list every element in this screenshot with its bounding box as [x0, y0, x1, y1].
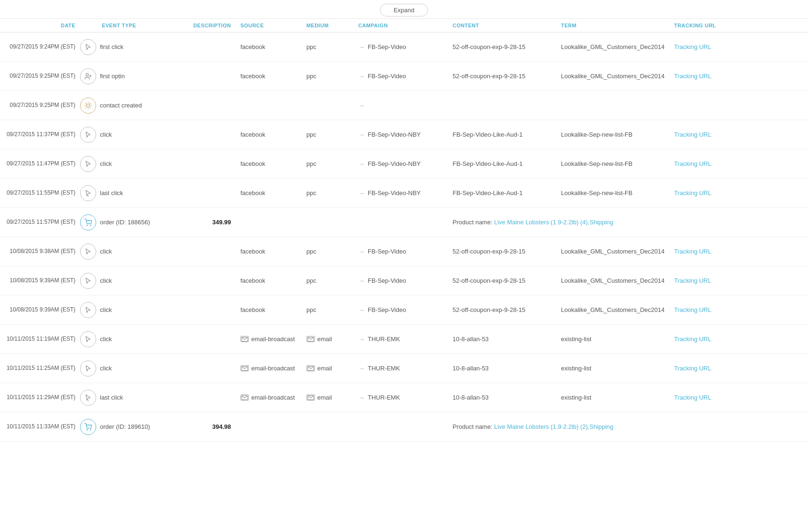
cell-tracking[interactable]: Tracking URL — [669, 131, 808, 138]
source-text: facebook — [240, 160, 265, 167]
campaign-text: FB-Sep-Video-NBY — [368, 131, 420, 138]
cell-medium: ppc — [306, 160, 358, 167]
svg-point-13 — [87, 225, 87, 225]
source-text: facebook — [240, 277, 265, 284]
cell-content: 10-8-allan-53 — [453, 336, 561, 343]
cell-tracking[interactable]: Tracking URL — [669, 73, 808, 80]
campaign-text: FB-Sep-Video-NBY — [368, 189, 420, 196]
cell-campaign: →FB-Sep-Video — [358, 248, 453, 255]
cell-content: 10-8-allan-53 — [453, 365, 561, 372]
cell-date: 10/11/2015 11:25AM (EST) — [0, 364, 80, 372]
cell-campaign: →THUR-EMK — [358, 365, 453, 372]
table-row: 10/11/2015 11:25AM (EST) click email-bro… — [0, 354, 808, 383]
rows-container: 09/27/2015 9:24PM (EST) first click face… — [0, 33, 808, 442]
arrow-icon: → — [358, 189, 365, 197]
cell-content: FB-Sep-Video-Like-Aud-1 — [453, 160, 561, 167]
product-link[interactable]: Live Maine Lobsters (1.9-2.2lb) (2),Ship… — [494, 423, 613, 430]
cursor-arrow-icon — [80, 185, 96, 201]
table-row: 10/08/2015 9:39AM (EST) click facebookpp… — [0, 266, 808, 295]
arrow-icon: → — [358, 365, 365, 372]
expand-button[interactable]: Expand — [380, 4, 428, 16]
order-amount: 394.98 — [212, 423, 231, 430]
arrow-icon: → — [358, 43, 365, 51]
tracking-url-link[interactable]: Tracking URL — [674, 160, 711, 167]
cell-event-type: click — [80, 302, 160, 318]
cell-event-type: first optin — [80, 68, 160, 84]
cell-description: 349.99 — [160, 219, 236, 226]
cell-date: 10/11/2015 11:19AM (EST) — [0, 335, 80, 343]
cell-tracking[interactable]: Tracking URL — [669, 248, 808, 255]
cell-tracking[interactable]: Tracking URL — [669, 336, 808, 343]
cell-tracking[interactable]: Tracking URL — [669, 394, 808, 401]
cell-tracking[interactable]: Tracking URL — [669, 306, 808, 313]
cell-source: facebook — [236, 248, 306, 255]
cell-event-type: click — [80, 360, 160, 376]
col-header-medium: Medium — [306, 23, 358, 28]
table-row: 09/27/2015 9:25PM (EST) first optin face… — [0, 62, 808, 91]
col-header-content: Content — [453, 23, 561, 28]
table-row: 09/27/2015 9:25PM (EST) contact created … — [0, 91, 808, 120]
cell-medium: ppc — [306, 277, 358, 284]
cell-tracking[interactable]: Tracking URL — [669, 189, 808, 196]
cell-tracking[interactable]: Tracking URL — [669, 365, 808, 372]
cell-description: 394.98 — [160, 423, 236, 430]
cell-medium: email — [306, 365, 358, 372]
cell-tracking[interactable]: Tracking URL — [669, 43, 808, 50]
cell-content: FB-Sep-Video-Like-Aud-1 — [453, 131, 561, 138]
source-text: email-broadcast — [251, 365, 295, 372]
cell-content: 10-8-allan-53 — [453, 394, 561, 401]
cell-event-type: contact created — [80, 98, 160, 114]
tracking-url-link[interactable]: Tracking URL — [674, 248, 711, 255]
tracking-url-link[interactable]: Tracking URL — [674, 277, 711, 284]
cursor-icon — [80, 331, 96, 347]
campaign-text: FB-Sep-Video-NBY — [368, 160, 420, 167]
cell-term: Lookalike_GML_Customers_Dec2014 — [561, 277, 669, 284]
tracking-url-link[interactable]: Tracking URL — [674, 131, 711, 138]
tracking-url-link[interactable]: Tracking URL — [674, 394, 711, 401]
arrow-icon: → — [358, 102, 365, 109]
tracking-url-link[interactable]: Tracking URL — [674, 189, 711, 196]
cell-campaign: →FB-Sep-Video-NBY — [358, 160, 453, 168]
cell-content: Product name: Live Maine Lobsters (1.9-2… — [453, 423, 764, 430]
cell-event-type: last click — [80, 185, 160, 201]
medium-text: email — [317, 394, 332, 401]
cursor-icon — [80, 156, 96, 172]
tracking-url-link[interactable]: Tracking URL — [674, 306, 711, 313]
tracking-url-link[interactable]: Tracking URL — [674, 43, 711, 50]
source-text: email-broadcast — [251, 394, 295, 401]
campaign-text: THUR-EMK — [368, 365, 400, 372]
cell-term: existing-list — [561, 394, 669, 401]
cursor-icon — [80, 39, 96, 55]
product-link[interactable]: Live Maine Lobsters (1.9-2.2lb) (4),Ship… — [494, 219, 613, 226]
campaign-text: FB-Sep-Video — [368, 306, 406, 313]
cell-campaign: → — [358, 102, 453, 109]
cell-content: 52-off-coupon-exp-9-28-15 — [453, 73, 561, 80]
medium-text: email — [317, 336, 332, 343]
cell-tracking[interactable]: Tracking URL — [669, 160, 808, 167]
cell-event-type: last click — [80, 390, 160, 406]
cursor-icon — [80, 273, 96, 289]
tracking-url-link[interactable]: Tracking URL — [674, 365, 711, 372]
tracking-url-link[interactable]: Tracking URL — [674, 336, 711, 343]
cell-event-type: click — [80, 244, 160, 260]
cursor-icon — [80, 244, 96, 260]
source-text: facebook — [240, 131, 265, 138]
event-type-label: click — [100, 365, 112, 372]
table-row: 10/11/2015 11:33AM (EST) order (ID: 1896… — [0, 412, 808, 442]
arrow-icon: → — [358, 306, 365, 314]
medium-text: email — [317, 365, 332, 372]
cell-event-type: click — [80, 127, 160, 143]
cell-source: facebook — [236, 189, 306, 196]
cell-content: Product name: Live Maine Lobsters (1.9-2… — [453, 219, 764, 226]
cell-medium: email — [306, 394, 358, 401]
tracking-url-link[interactable]: Tracking URL — [674, 73, 711, 80]
cell-date: 10/08/2015 9:39AM (EST) — [0, 277, 80, 285]
table-row: 09/27/2015 11:55PM (EST) last click face… — [0, 179, 808, 208]
cell-term: Lookalike-Sep-new-list-FB — [561, 131, 669, 138]
cell-date: 10/08/2015 9:38AM (EST) — [0, 247, 80, 255]
email-icon — [306, 394, 315, 401]
cell-tracking[interactable]: Tracking URL — [669, 277, 808, 284]
table-row: 09/27/2015 11:37PM (EST) click facebookp… — [0, 120, 808, 149]
cell-source: email-broadcast — [236, 394, 306, 401]
medium-text: ppc — [306, 248, 316, 255]
